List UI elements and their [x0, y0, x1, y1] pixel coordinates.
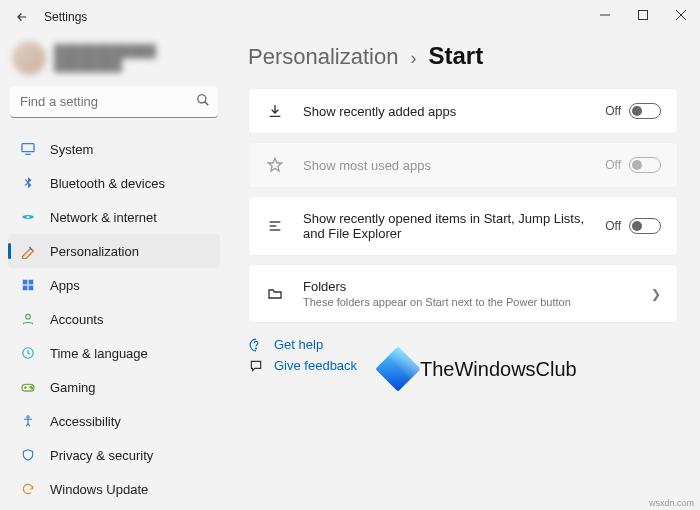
card-folders[interactable]: Folders These folders appear on Start ne…	[248, 264, 678, 323]
svg-point-6	[27, 216, 30, 219]
access-icon	[20, 413, 36, 429]
sidebar-item-label: Bluetooth & devices	[50, 176, 165, 191]
folder-icon	[265, 286, 285, 302]
toggle-state: Off	[605, 104, 621, 118]
sidebar-item-pers[interactable]: Personalization	[8, 234, 220, 268]
minimize-button[interactable]	[586, 0, 624, 30]
breadcrumb-sep: ›	[410, 48, 416, 69]
sidebar-item-time[interactable]: Time & language	[8, 336, 220, 370]
sidebar-item-net[interactable]: Network & internet	[8, 200, 220, 234]
svg-rect-8	[29, 280, 34, 285]
svg-point-2	[198, 95, 206, 103]
sidebar-item-label: Windows Update	[50, 482, 148, 497]
bt-icon	[20, 175, 36, 191]
help-label: Get help	[274, 337, 323, 352]
card-most-used: Show most used apps Off	[248, 142, 678, 188]
sidebar-item-bt[interactable]: Bluetooth & devices	[8, 166, 220, 200]
toggle-switch[interactable]	[629, 218, 661, 234]
search-icon	[196, 93, 210, 107]
card-recently-added[interactable]: Show recently added apps Off	[248, 88, 678, 134]
profile-name: ████████████████████	[54, 44, 156, 72]
window-title: Settings	[44, 10, 87, 24]
acct-icon	[20, 311, 36, 327]
card-recent-items[interactable]: Show recently opened items in Start, Jum…	[248, 196, 678, 256]
svg-point-20	[256, 348, 257, 349]
card-title: Show recently added apps	[303, 104, 605, 119]
sidebar-item-system[interactable]: System	[8, 132, 220, 166]
card-title: Show most used apps	[303, 158, 605, 173]
feedback-label: Give feedback	[274, 358, 357, 373]
breadcrumb-parent[interactable]: Personalization	[248, 44, 398, 70]
toggle-switch	[629, 157, 661, 173]
content-area: Personalization › Start Show recently ad…	[228, 34, 700, 510]
priv-icon	[20, 447, 36, 463]
toggle-switch[interactable]	[629, 103, 661, 119]
page-title: Start	[428, 42, 483, 70]
user-profile[interactable]: ████████████████████	[8, 38, 220, 78]
card-subtitle: These folders appear on Start next to th…	[303, 296, 651, 308]
get-help-link[interactable]: Get help	[248, 337, 678, 352]
game-icon	[20, 379, 36, 395]
close-button[interactable]	[662, 0, 700, 30]
sidebar-item-label: Privacy & security	[50, 448, 153, 463]
sidebar-item-acct[interactable]: Accounts	[8, 302, 220, 336]
svg-point-16	[27, 416, 29, 418]
svg-line-3	[205, 102, 209, 106]
sidebar-item-label: Accessibility	[50, 414, 121, 429]
sidebar-item-label: Accounts	[50, 312, 103, 327]
card-title: Folders	[303, 279, 651, 294]
update-icon	[20, 481, 36, 497]
svg-point-11	[26, 314, 31, 319]
feedback-icon	[248, 359, 264, 373]
card-title: Show recently opened items in Start, Jum…	[303, 211, 605, 241]
sidebar: ████████████████████ SystemBluetooth & d…	[0, 34, 228, 510]
watermark-logo-icon	[375, 346, 420, 391]
net-icon	[20, 209, 36, 225]
pers-icon	[20, 243, 36, 259]
svg-rect-4	[22, 144, 34, 152]
apps-icon	[20, 277, 36, 293]
toggle-state: Off	[605, 158, 621, 172]
sidebar-item-label: Network & internet	[50, 210, 157, 225]
chevron-right-icon: ❯	[651, 287, 661, 301]
list-icon	[265, 218, 285, 234]
nav-list: SystemBluetooth & devicesNetwork & inter…	[8, 132, 220, 506]
svg-rect-1	[639, 11, 648, 20]
sidebar-item-label: Personalization	[50, 244, 139, 259]
sidebar-item-label: System	[50, 142, 93, 157]
time-icon	[20, 345, 36, 361]
back-button[interactable]	[8, 3, 36, 31]
help-icon	[248, 338, 264, 352]
search-input[interactable]	[10, 86, 218, 118]
svg-point-15	[31, 388, 32, 389]
search-box	[10, 86, 218, 118]
breadcrumb: Personalization › Start	[248, 42, 678, 70]
watermark: TheWindowsClub	[382, 353, 577, 385]
window-controls	[586, 0, 700, 30]
watermark-text: TheWindowsClub	[420, 358, 577, 381]
sidebar-item-access[interactable]: Accessibility	[8, 404, 220, 438]
star-icon	[265, 157, 285, 173]
sidebar-item-label: Time & language	[50, 346, 148, 361]
sidebar-item-apps[interactable]: Apps	[8, 268, 220, 302]
sidebar-item-game[interactable]: Gaming	[8, 370, 220, 404]
sidebar-item-update[interactable]: Windows Update	[8, 472, 220, 506]
svg-rect-9	[23, 286, 28, 291]
sidebar-item-label: Gaming	[50, 380, 96, 395]
maximize-button[interactable]	[624, 0, 662, 30]
source-note: wsxdn.com	[649, 498, 694, 508]
sidebar-item-priv[interactable]: Privacy & security	[8, 438, 220, 472]
download-icon	[265, 103, 285, 119]
system-icon	[20, 141, 36, 157]
avatar	[12, 41, 46, 75]
svg-rect-7	[23, 280, 28, 285]
svg-rect-10	[29, 286, 34, 291]
sidebar-item-label: Apps	[50, 278, 80, 293]
toggle-state: Off	[605, 219, 621, 233]
titlebar: Settings	[0, 0, 700, 34]
